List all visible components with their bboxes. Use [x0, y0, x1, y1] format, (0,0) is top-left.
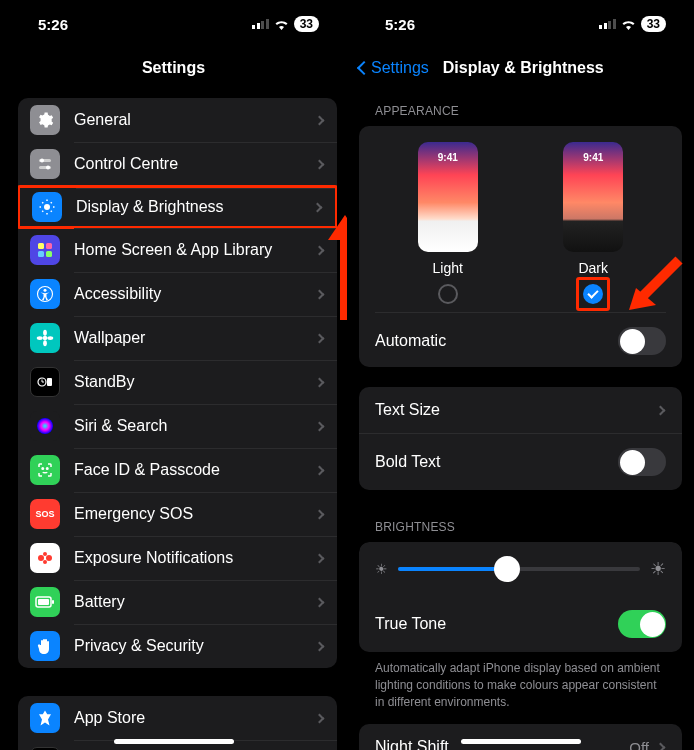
- settings-group-1: General Control Centre Display & Brightn…: [18, 98, 337, 668]
- svg-point-19: [43, 336, 48, 341]
- row-text-size[interactable]: Text Size: [359, 387, 682, 433]
- row-wallpaper[interactable]: Wallpaper: [18, 316, 337, 360]
- radio-unchecked-icon[interactable]: [438, 284, 458, 304]
- svg-point-20: [43, 330, 47, 336]
- page-title: Settings: [0, 48, 347, 88]
- home-indicator[interactable]: [114, 739, 234, 744]
- phone-settings-list: 5:26 33 Settings General Control Centre …: [0, 0, 347, 750]
- hand-icon: [30, 631, 60, 661]
- page-title: Display & Brightness: [443, 59, 604, 77]
- row-app-store[interactable]: App Store: [18, 696, 337, 740]
- chevron-right-icon: [315, 509, 325, 519]
- svg-point-22: [37, 336, 43, 340]
- row-control-centre[interactable]: Control Centre: [18, 142, 337, 186]
- row-standby[interactable]: StandBy: [18, 360, 337, 404]
- svg-point-32: [46, 555, 52, 561]
- status-icons: 33: [252, 16, 319, 32]
- status-bar: 5:26 33: [0, 0, 347, 48]
- svg-point-3: [46, 166, 50, 170]
- brightness-slider[interactable]: [398, 567, 640, 571]
- chevron-right-icon: [315, 289, 325, 299]
- svg-rect-13: [38, 243, 44, 249]
- chevron-right-icon: [313, 202, 323, 212]
- bold-text-toggle[interactable]: [618, 448, 666, 476]
- row-siri[interactable]: Siri & Search: [18, 404, 337, 448]
- chevron-right-icon: [315, 641, 325, 651]
- svg-rect-37: [52, 600, 54, 604]
- chevron-right-icon: [315, 713, 325, 723]
- sliders-icon: [30, 149, 60, 179]
- cellular-icon: [599, 19, 616, 29]
- home-indicator[interactable]: [461, 739, 581, 744]
- row-general[interactable]: General: [18, 98, 337, 142]
- brightness-header: BRIGHTNESS: [359, 504, 682, 542]
- gear-icon: [30, 105, 60, 135]
- siri-icon: [30, 411, 60, 441]
- chevron-right-icon: [315, 465, 325, 475]
- clock-icon: [30, 367, 60, 397]
- row-privacy-security[interactable]: Privacy & Security: [18, 624, 337, 668]
- brightness-group: ☀ ☀ True Tone: [359, 542, 682, 652]
- chevron-right-icon: [315, 597, 325, 607]
- row-accessibility[interactable]: Accessibility: [18, 272, 337, 316]
- cellular-icon: [252, 19, 269, 29]
- chevron-left-icon: [357, 61, 371, 75]
- row-battery[interactable]: Battery: [18, 580, 337, 624]
- svg-point-18: [44, 289, 47, 292]
- chevron-right-icon: [315, 159, 325, 169]
- automatic-row: Automatic: [375, 312, 666, 355]
- svg-point-30: [47, 468, 49, 470]
- svg-point-29: [42, 468, 44, 470]
- svg-point-21: [43, 340, 47, 346]
- svg-rect-16: [46, 251, 52, 257]
- wifi-icon: [621, 19, 636, 30]
- battery-icon: [30, 587, 60, 617]
- row-home-screen[interactable]: Home Screen & App Library: [18, 228, 337, 272]
- phone-display-brightness: 5:26 33 Settings Display & Brightness AP…: [347, 0, 694, 750]
- radio-checked-icon[interactable]: [583, 284, 603, 304]
- true-tone-description: Automatically adapt iPhone display based…: [359, 652, 682, 724]
- row-true-tone: True Tone: [359, 596, 682, 652]
- automatic-toggle[interactable]: [618, 327, 666, 355]
- chevron-right-icon: [315, 245, 325, 255]
- row-exposure-notifications[interactable]: Exposure Notifications: [18, 536, 337, 580]
- exposure-icon: [30, 543, 60, 573]
- dark-preview: 9:41: [563, 142, 623, 252]
- appearance-option-dark[interactable]: 9:41 Dark: [563, 142, 623, 304]
- chevron-right-icon: [315, 377, 325, 387]
- chevron-right-icon: [315, 333, 325, 343]
- status-time: 5:26: [385, 16, 415, 33]
- chevron-right-icon: [315, 115, 325, 125]
- true-tone-toggle[interactable]: [618, 610, 666, 638]
- row-face-id[interactable]: Face ID & Passcode: [18, 448, 337, 492]
- appearance-card: 9:41 Light 9:41 Dark Automatic: [359, 126, 682, 367]
- chevron-right-icon: [315, 553, 325, 563]
- row-night-shift[interactable]: Night Shift Off: [359, 724, 682, 750]
- status-time: 5:26: [38, 16, 68, 33]
- light-preview: 9:41: [418, 142, 478, 252]
- grid-icon: [30, 235, 60, 265]
- svg-point-23: [47, 336, 53, 340]
- row-bold-text: Bold Text: [359, 433, 682, 490]
- svg-rect-15: [38, 251, 44, 257]
- appearance-header: APPEARANCE: [359, 88, 682, 126]
- accessibility-icon: [30, 279, 60, 309]
- sos-icon: SOS: [30, 499, 60, 529]
- svg-point-4: [44, 204, 50, 210]
- svg-line-10: [51, 211, 52, 212]
- svg-point-31: [38, 555, 44, 561]
- brightness-slider-row: ☀ ☀: [359, 542, 682, 596]
- back-button[interactable]: Settings: [359, 59, 429, 77]
- svg-rect-14: [46, 243, 52, 249]
- appearance-option-light[interactable]: 9:41 Light: [418, 142, 478, 304]
- battery-icon: 33: [641, 16, 666, 32]
- svg-point-33: [43, 552, 47, 556]
- svg-rect-36: [38, 599, 49, 605]
- night-shift-group: Night Shift Off: [359, 724, 682, 750]
- row-display-brightness[interactable]: Display & Brightness: [18, 185, 337, 229]
- sun-large-icon: ☀: [650, 558, 666, 580]
- row-emergency-sos[interactable]: SOSEmergency SOS: [18, 492, 337, 536]
- status-icons: 33: [599, 16, 666, 32]
- text-group: Text Size Bold Text: [359, 387, 682, 490]
- nav-bar: Settings Display & Brightness: [347, 48, 694, 88]
